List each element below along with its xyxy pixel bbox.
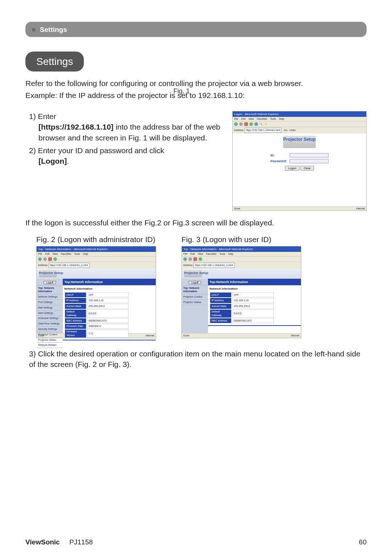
fig2-fwd-icon[interactable] [43,257,47,261]
fig3-stop-icon[interactable] [193,257,197,261]
fig2-menu-file[interactable]: File [38,252,42,256]
fig2-status-done: Done [38,334,44,338]
fig3-logoff-button[interactable]: Logoff [189,281,201,284]
menu-edit[interactable]: Edit [241,117,245,121]
fig3-caption: Fig. 3 (Logon with user ID) [181,234,301,245]
fig2-side-schedule[interactable]: Schedule Settings [37,316,63,321]
fig2-v-dhcp: OFF [87,293,128,298]
table-row: DHCPOFF [210,293,274,298]
fig3-v-ip: 192.168.1.10 [232,298,274,303]
password-input[interactable] [290,159,328,163]
table-row: Firmware Version1.11 [65,330,128,338]
table-row: IP Address192.168.1.10 [210,298,274,303]
fig3-menu-fav[interactable]: Favorites [206,252,216,256]
search-icon[interactable]: 🔍 [260,122,263,126]
fig2-main: Top:Network Information Network Informat… [63,279,156,333]
menu-favorites[interactable]: Favorites [257,117,267,121]
fig3-addr-input[interactable]: https://192.168.1.10/admin_e.html [193,263,235,268]
fig2-side-top[interactable]: Top: Network Information [37,286,63,295]
menu-view[interactable]: View [248,117,254,121]
fig3-side-top[interactable]: Top: Network Information [182,286,208,295]
fig2-side-datetime[interactable]: Date/Time Settings [37,321,63,327]
fig2-side-security[interactable]: Security Settings [37,327,63,332]
fig3-side-status[interactable]: Projector Status [182,300,208,305]
fig2-side-network[interactable]: Network Settings [37,294,63,300]
fig2-proj-header: Projector Setup [37,269,156,279]
fig2-column: Fig. 2 (Logon with administrator ID) Top… [36,232,156,338]
fig3-v-gw: 0.0.0.0 [232,310,274,318]
fig2-v-fwver: 1.11 [87,330,128,338]
fig2-menu-view[interactable]: View [52,252,58,256]
fig2-side-status[interactable]: Projector Status [37,338,63,343]
fig3-menu-view[interactable]: View [197,252,203,256]
fig3-refresh-icon[interactable] [199,257,202,261]
fig2-menu-fav[interactable]: Favorites [61,252,71,256]
fig2-k-fwver: Firmware Version [65,330,86,338]
forward-icon[interactable] [239,122,243,126]
fig3-side-control[interactable]: Projector Control [182,294,208,300]
fig3-fwd-icon[interactable] [188,257,192,261]
table-row: IP Address192.168.1.10 [65,298,128,303]
fig2-k-mac: MAC Address [65,318,86,323]
fig3-proj-header: Projector Setup [182,269,301,279]
links-label: Links [290,129,295,131]
fig2-back-icon[interactable] [38,257,42,261]
back-icon[interactable] [234,122,238,126]
chapter-header: Settings [25,22,367,37]
fig3-menu-edit[interactable]: Edit [190,252,195,256]
fig2-footline [63,340,156,342]
table-row: Subnet Mask255.255.255.0 [65,304,128,309]
step-1-num: 1) [29,112,36,120]
fig3-footline [208,325,301,327]
fig1-container: Logon - Microsoft Internet Explorer File… [232,111,367,211]
fig2-menubar: File Edit View Favorites Tools Help [37,252,156,256]
fig3-window-title: Top : Network Information - Microsoft In… [182,246,301,252]
fig3-body: Logoff Top: Network Information Projecto… [182,279,301,333]
fig2-section-title: Network Information [63,285,156,291]
fig2-addr-input[interactable]: https://192.168.1.10/admin_e.html [48,263,90,268]
address-input[interactable]: https://192.168.1.10/index.html [244,128,282,133]
menu-tools[interactable]: Tools [270,117,276,121]
table-row: Subnet Mask255.255.255.0 [210,304,274,309]
table-row: Default Gateway0.0.0.0 [210,310,274,318]
id-input[interactable] [290,153,328,158]
clear-button[interactable]: Clear [301,166,314,171]
fig3-back-icon[interactable] [183,257,187,261]
fig2-stop-icon[interactable] [48,257,52,261]
example-text: Example: If the IP address of the projec… [25,90,367,101]
menu-file[interactable]: File [234,117,238,121]
fig2-address-bar: Address https://192.168.1.10/admin_e.htm… [37,262,156,269]
intro-text: Refer to the following for configuring o… [25,78,367,89]
fig2-menu-edit[interactable]: Edit [45,252,49,256]
fig2-refresh-icon[interactable] [53,257,57,261]
fig2-main-title: Top:Network Information [63,279,156,286]
stop-icon[interactable] [244,122,248,126]
fig2-v-ip: 192.168.1.10 [87,298,128,303]
favorites-icon[interactable]: ⭐ [264,122,268,126]
fig2-menu-tools[interactable]: Tools [74,252,80,256]
go-button[interactable]: Go [284,129,287,131]
step-2-num: 2) [29,146,36,155]
fig3-menu-file[interactable]: File [183,252,187,256]
address-label: Address [234,129,244,131]
fig3-toolbar [182,256,301,262]
fig3-screenshot: Top : Network Information - Microsoft In… [181,246,301,338]
fig2-fig3-row: Fig. 2 (Logon with administrator ID) Top… [36,232,367,338]
menu-help[interactable]: Help [279,117,284,121]
step-2: 2) Enter your ID and password and click … [29,145,222,167]
fig2-side-port[interactable]: Port Settings [37,300,63,305]
home-icon[interactable] [254,122,258,126]
fig2-menu-help[interactable]: Help [83,252,88,256]
fig3-menu-tools[interactable]: Tools [219,252,225,256]
fig3-column: Fig. 3 (Logon with user ID) Top : Networ… [181,232,301,338]
mid-text: If the logon is successful either the Fi… [25,217,367,228]
fig2-logoff-button[interactable]: Logoff [44,281,56,284]
fig2-side-restart[interactable]: Network Restart [37,343,63,348]
fig2-side-alert[interactable]: Alert Settings [37,311,63,316]
step-1: 1) Enter [https://192.168.1.10] into the… [29,111,222,143]
fig1-toolbar: 🔍 ⭐ [233,121,366,127]
refresh-icon[interactable] [249,122,253,126]
logon-button[interactable]: Logon [285,166,299,171]
fig3-menu-help[interactable]: Help [228,252,233,256]
fig2-side-mail[interactable]: Mail Settings [37,305,63,311]
